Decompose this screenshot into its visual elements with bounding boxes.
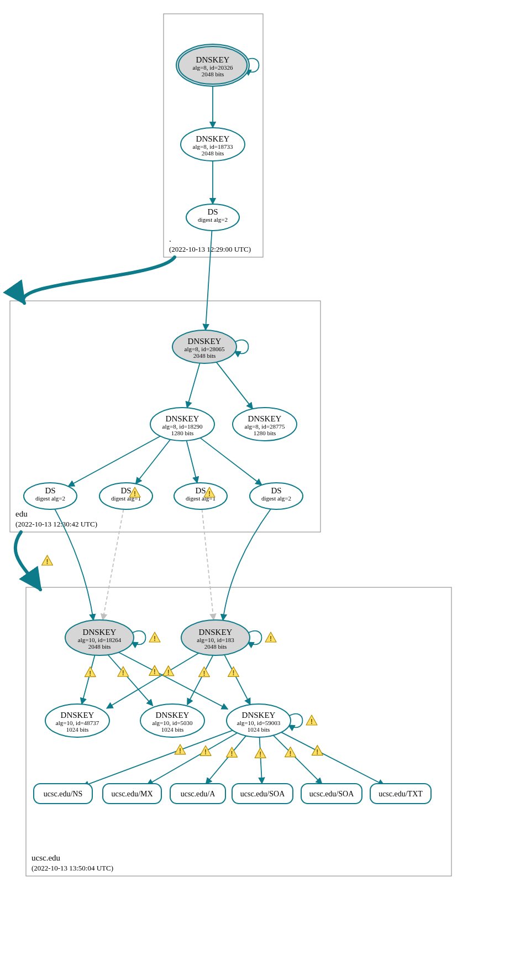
zone-timestamp: (2022-10-13 12:30:42 UTC) [15, 520, 97, 528]
node-title: DNSKEY [242, 711, 276, 720]
warning-icon: ! [85, 667, 96, 677]
edge [224, 655, 250, 705]
warning-icon: ! [312, 746, 323, 756]
node-title: DNSKEY [188, 337, 222, 346]
edge [206, 736, 246, 784]
node-title: DNSKEY [196, 55, 230, 64]
edge [107, 654, 153, 706]
warning-icon: ! [200, 746, 211, 756]
node-line1: digest alg=2 [261, 495, 291, 502]
node-title: DNSKEY [196, 134, 230, 143]
node-line1: alg=10, id=5030 [153, 720, 193, 726]
node-line2: 2048 bits [204, 643, 227, 650]
rr-rr_a: ucsc.edu/A [170, 784, 225, 804]
svg-text:!: ! [270, 635, 272, 643]
svg-text:!: ! [179, 747, 181, 755]
warning-icon: ! [42, 555, 53, 566]
rr-label: ucsc.edu/SOA [240, 790, 285, 798]
dnssec-diagram: .(2022-10-13 12:29:00 UTC)edu(2022-10-13… [0, 0, 515, 980]
node-title: DNSKEY [61, 711, 94, 720]
svg-text:!: ! [154, 635, 156, 643]
node-line1: digest alg=2 [198, 216, 228, 223]
rr-rr_mx: ucsc.edu/MX [103, 784, 161, 804]
node-edu_ds4: DSdigest alg=2 [250, 483, 303, 509]
edge [103, 509, 124, 620]
node-line2: 1024 bits [66, 726, 89, 733]
warning-icon: ! [306, 715, 317, 726]
warning-icon: ! [175, 744, 186, 755]
node-u_zsk3: DNSKEYalg=10, id=590031024 bits [227, 704, 291, 737]
edge [223, 509, 270, 620]
node-line1: digest alg=2 [35, 495, 65, 502]
node-line2: 1280 bits [171, 430, 194, 436]
node-line2: 2048 bits [202, 150, 224, 157]
node-line1: alg=8, id=28065 [185, 346, 225, 352]
node-root_ds: DSdigest alg=2 [186, 204, 239, 231]
node-line2: 2048 bits [202, 71, 224, 77]
node-line1: alg=10, id=183 [197, 637, 234, 643]
warning-icon: ! [163, 666, 174, 676]
node-title: DS [120, 486, 131, 495]
node-title: DS [271, 486, 281, 495]
warning-icon: ! [149, 665, 160, 676]
svg-text:!: ! [46, 558, 49, 566]
rr-label: ucsc.edu/TXT [379, 790, 423, 798]
node-line1: alg=8, id=18733 [193, 143, 233, 150]
node-title: DNSKEY [248, 414, 282, 423]
warning-icon: ! [198, 667, 209, 677]
warning-icon: ! [265, 632, 276, 643]
node-line1: alg=10, id=59003 [237, 720, 281, 726]
rr-label: ucsc.edu/NS [44, 790, 82, 798]
edge [187, 363, 199, 408]
node-root_ksk: DNSKEYalg=8, id=203262048 bits [176, 44, 249, 86]
node-title: DNSKEY [166, 414, 199, 423]
svg-text:!: ! [167, 669, 170, 676]
edge [68, 436, 160, 487]
node-u_zsk2: DNSKEYalg=10, id=50301024 bits [140, 704, 204, 737]
warning-icon: ! [255, 748, 266, 758]
rr-label: ucsc.edu/A [181, 790, 216, 798]
edge [274, 736, 322, 784]
svg-text:!: ! [134, 490, 136, 498]
svg-text:!: ! [203, 670, 205, 677]
rr-rr_soa2: ucsc.edu/SOA [301, 784, 362, 804]
svg-text:!: ! [204, 748, 207, 756]
rr-label: ucsc.edu/MX [111, 790, 153, 798]
zone-label: ucsc.edu [31, 853, 61, 862]
node-line2: 2048 bits [88, 643, 111, 650]
rr-rr_soa1: ucsc.edu/SOA [232, 784, 293, 804]
svg-text:!: ! [122, 669, 124, 677]
node-u_ksk2: DNSKEYalg=10, id=1832048 bits [181, 620, 250, 655]
svg-text:!: ! [154, 668, 156, 676]
node-edu_ds1: DSdigest alg=2 [24, 483, 77, 509]
node-title: DNSKEY [156, 711, 190, 720]
svg-text:!: ! [89, 670, 91, 677]
node-line2: 1280 bits [254, 430, 276, 436]
node-line2: 2048 bits [193, 352, 216, 359]
node-line1: alg=10, id=48737 [56, 720, 99, 726]
rr-label: ucsc.edu/SOA [309, 790, 354, 798]
node-line1: alg=8, id=28775 [245, 423, 285, 430]
zone-label: . [169, 234, 171, 243]
svg-text:!: ! [231, 750, 233, 758]
rr-rr_ns: ucsc.edu/NS [34, 784, 92, 804]
edge [187, 441, 197, 483]
zone-label: edu [15, 509, 28, 518]
edge [136, 440, 171, 484]
node-edu_zsk1: DNSKEYalg=8, id=182901280 bits [150, 408, 214, 441]
edge [107, 651, 202, 708]
edge [200, 438, 261, 485]
node-u_ksk1: DNSKEYalg=10, id=182642048 bits [65, 620, 134, 655]
node-edu_ksk: DNSKEYalg=8, id=280652048 bits [172, 330, 237, 363]
svg-text:!: ! [208, 490, 211, 498]
zone-arrow [23, 257, 175, 303]
node-line1: alg=8, id=18290 [162, 423, 203, 430]
node-line1: alg=10, id=18264 [78, 637, 122, 643]
edge [217, 362, 253, 409]
node-title: DS [195, 486, 206, 495]
node-line1: alg=8, id=20326 [193, 64, 233, 71]
edge [187, 655, 213, 705]
zone-timestamp: (2022-10-13 12:29:00 UTC) [169, 245, 251, 253]
node-title: DNSKEY [199, 628, 233, 637]
warning-icon: ! [149, 632, 160, 643]
